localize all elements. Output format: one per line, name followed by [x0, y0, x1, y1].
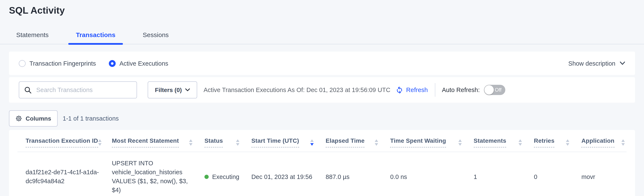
radio-active-executions[interactable]: Active Executions	[109, 60, 168, 67]
radio-transaction-fingerprints[interactable]: Transaction Fingerprints	[19, 60, 96, 67]
toggle-knob	[484, 85, 494, 95]
search-icon	[24, 86, 32, 94]
transactions-table-card: Transaction Execution ID Most Recent Sta…	[9, 130, 635, 196]
as-of-timestamp: Active Transaction Executions As Of: Dec…	[204, 86, 390, 93]
transactions-table: Transaction Execution ID Most Recent Sta…	[18, 130, 626, 196]
columns-button[interactable]: Columns	[9, 110, 58, 127]
gear-icon	[15, 115, 22, 122]
filters-button[interactable]: Filters (0)	[148, 81, 197, 98]
refresh-icon	[396, 86, 403, 94]
page-title: SQL Activity	[0, 0, 644, 17]
column-header-start-time[interactable]: Start Time (UTC)	[251, 130, 326, 152]
cell-start-time: Dec 01, 2023 at 19:56	[251, 152, 326, 196]
chevron-down-icon	[620, 61, 625, 65]
refresh-label: Refresh	[406, 86, 428, 93]
status-executing-dot-icon	[204, 175, 209, 179]
vertical-divider	[435, 83, 436, 97]
sort-icon[interactable]	[458, 139, 462, 146]
result-count: 1-1 of 1 transactions	[63, 115, 119, 122]
cell-most-recent-statement[interactable]: UPSERT INTO vehicle_location_histories V…	[112, 152, 204, 196]
auto-refresh-toggle[interactable]: Off	[484, 85, 505, 95]
sort-icon[interactable]	[98, 139, 101, 146]
radio-unselected-icon[interactable]	[19, 60, 26, 67]
status-label: Executing	[212, 172, 239, 181]
column-header-application[interactable]: Application	[582, 130, 626, 152]
search-input[interactable]	[36, 86, 132, 94]
filters-label: Filters (0)	[155, 86, 182, 93]
sort-icon-active-desc[interactable]	[310, 139, 314, 146]
tab-transactions[interactable]: Transactions	[68, 31, 123, 44]
cell-status: Executing	[204, 152, 251, 196]
sort-icon[interactable]	[236, 139, 240, 146]
chevron-down-icon	[185, 88, 190, 92]
table-row[interactable]: da1f21e2-de71-4c1f-a1da-dc9fc94a84a2 UPS…	[18, 152, 626, 196]
show-description-toggle[interactable]: Show description	[568, 60, 625, 67]
column-header-retries[interactable]: Retries	[534, 130, 582, 152]
controls-bar: Filters (0) Active Transaction Execution…	[9, 77, 635, 103]
show-description-label: Show description	[568, 60, 616, 67]
search-box[interactable]	[19, 81, 137, 98]
sort-icon[interactable]	[622, 139, 625, 146]
columns-label: Columns	[26, 115, 51, 122]
cell-application: movr	[582, 152, 626, 196]
tab-statements[interactable]: Statements	[8, 31, 56, 44]
cell-transaction-execution-id[interactable]: da1f21e2-de71-4c1f-a1da-dc9fc94a84a2	[18, 152, 112, 196]
sort-icon[interactable]	[566, 139, 570, 146]
tab-bar: Statements Transactions Sessions	[0, 31, 644, 44]
tab-sessions[interactable]: Sessions	[135, 31, 176, 44]
toggle-state-label: Off	[495, 85, 502, 95]
column-header-time-spent-waiting[interactable]: Time Spent Waiting	[390, 130, 474, 152]
cell-retries: 0	[534, 152, 582, 196]
column-header-most-recent-statement[interactable]: Most Recent Statement	[112, 130, 204, 152]
cell-statements: 1	[474, 152, 534, 196]
view-mode-bar: Transaction Fingerprints Active Executio…	[9, 51, 635, 75]
column-header-statements[interactable]: Statements	[474, 130, 534, 152]
auto-refresh-label: Auto Refresh:	[442, 86, 480, 93]
cell-elapsed-time: 887.0 µs	[326, 152, 390, 196]
table-controls-bar: Columns 1-1 of 1 transactions	[9, 110, 635, 127]
sort-icon[interactable]	[375, 139, 378, 146]
sql-activity-page: SQL Activity Statements Transactions Ses…	[0, 0, 644, 196]
sort-icon[interactable]	[518, 139, 522, 146]
cell-time-spent-waiting: 0.0 ns	[390, 152, 474, 196]
radio-label: Transaction Fingerprints	[30, 60, 96, 67]
radio-selected-icon[interactable]	[109, 60, 116, 67]
column-header-transaction-execution-id[interactable]: Transaction Execution ID	[18, 130, 112, 152]
table-header-row: Transaction Execution ID Most Recent Sta…	[18, 130, 626, 152]
column-header-status[interactable]: Status	[204, 130, 251, 152]
column-header-elapsed-time[interactable]: Elapsed Time	[326, 130, 390, 152]
radio-label: Active Executions	[120, 60, 168, 67]
refresh-button[interactable]: Refresh	[396, 86, 428, 94]
sort-icon[interactable]	[189, 139, 192, 146]
